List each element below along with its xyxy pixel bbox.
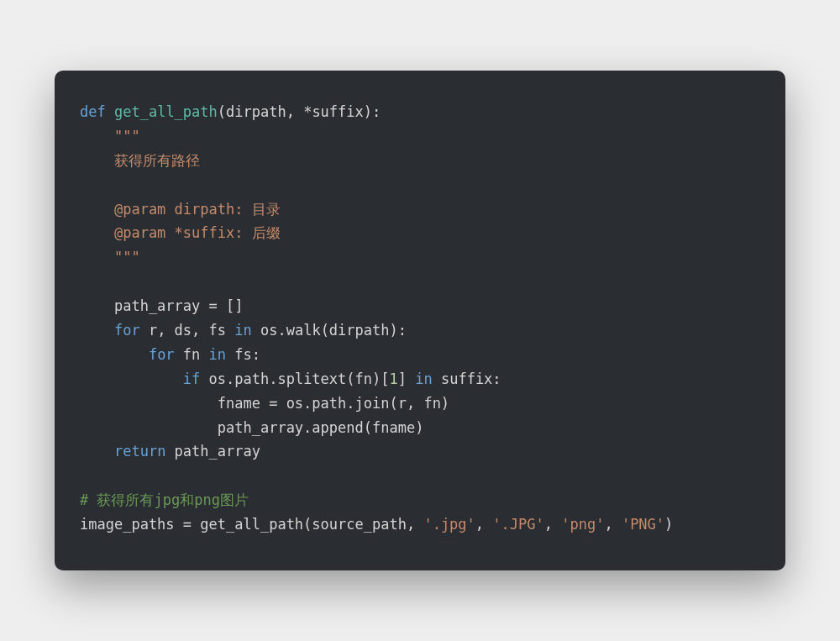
code-fragment: suffix: — [433, 370, 501, 387]
code-fragment: ] — [398, 370, 415, 387]
comma: , — [475, 516, 492, 533]
code-fragment: fs: — [226, 346, 260, 363]
keyword-if: if — [183, 370, 200, 387]
vars: r, ds, fs — [140, 322, 235, 339]
string-literal: 'PNG' — [622, 516, 664, 533]
code-window: def get_all_path(dirpath, *suffix): """ … — [55, 71, 785, 570]
code-line: path_array.append(fname) — [80, 419, 423, 436]
comma: , — [544, 516, 561, 533]
code-fragment: path_array — [165, 443, 260, 460]
docstring-line: 获得所有路径 — [80, 152, 200, 169]
docstring-open: """ — [80, 128, 140, 144]
keyword-in: in — [415, 370, 432, 387]
indent — [80, 346, 149, 363]
string-literal: '.jpg' — [423, 516, 475, 533]
string-literal: 'png' — [561, 516, 604, 533]
comma: , — [604, 516, 621, 533]
code-fragment: image_paths = get_all_path(source_path, — [80, 516, 423, 533]
number-literal: 1 — [389, 370, 397, 387]
comment-line: # 获得所有jpg和png图片 — [80, 491, 249, 508]
indent — [80, 443, 114, 460]
keyword-return: return — [114, 443, 165, 460]
keyword-def: def — [80, 103, 106, 120]
function-name: get_all_path — [114, 103, 218, 120]
vars: fn — [175, 346, 209, 363]
indent — [80, 370, 183, 387]
keyword-for: for — [149, 346, 175, 363]
keyword-in: in — [209, 346, 226, 363]
params: (dirpath, *suffix): — [218, 103, 381, 120]
string-literal: '.JPG' — [492, 516, 543, 533]
keyword-for: for — [114, 322, 140, 339]
code-fragment: os.path.splitext(fn)[ — [200, 370, 389, 387]
docstring-line: @param *suffix: 后缀 — [80, 224, 281, 241]
code-block: def get_all_path(dirpath, *suffix): """ … — [80, 100, 760, 537]
docstring-close: """ — [80, 249, 140, 265]
code-line: fname = os.path.join(r, fn) — [80, 395, 449, 412]
keyword-in: in — [234, 322, 251, 339]
paren-close: ) — [664, 516, 673, 533]
code-line: path_array = [] — [80, 297, 243, 314]
docstring-line: @param dirpath: 目录 — [80, 201, 281, 218]
code-fragment: os.walk(dirpath): — [252, 322, 407, 339]
